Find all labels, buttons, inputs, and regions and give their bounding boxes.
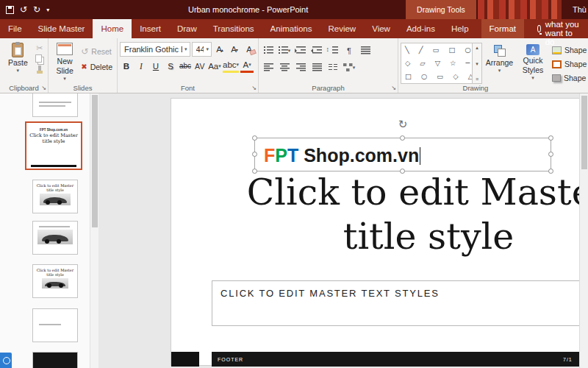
align-left-button[interactable] — [261, 60, 276, 74]
quick-styles-icon — [526, 44, 539, 55]
change-case-button[interactable]: Aa▾ — [208, 59, 221, 73]
gallery-down-icon[interactable]: ▾ — [476, 61, 478, 67]
account-user-name[interactable]: Thù — [573, 0, 587, 19]
text-shadow-button[interactable]: S — [164, 59, 177, 73]
columns-button[interactable] — [326, 60, 340, 74]
layout-thumbnail-5[interactable] — [32, 352, 78, 368]
layout-thumbnail-1[interactable]: Click to edit Master title style — [32, 180, 78, 213]
increase-font-size-button[interactable]: A▴ — [213, 43, 226, 57]
text-direction-button[interactable]: ¶ — [342, 43, 356, 57]
shape-effects-button[interactable]: Shape Effects ▾ — [552, 71, 588, 85]
reset-button[interactable]: ↺ Reset — [79, 43, 115, 59]
bullets-button[interactable] — [261, 43, 276, 57]
tab-transitions[interactable]: Transitions — [205, 19, 262, 38]
logo-text-box[interactable]: ↻ FPT Shop.com.vn — [254, 138, 551, 171]
tab-file[interactable]: File — [0, 19, 30, 38]
clipboard-group-label: Clipboard — [0, 84, 48, 92]
taskbar-app-icon[interactable] — [0, 353, 12, 368]
master-title-placeholder[interactable]: Click to edit Master title style — [237, 171, 588, 259]
paste-button[interactable]: Paste ▾ — [2, 40, 34, 74]
slide-surface[interactable]: ↻ FPT Shop.com.vn Click to edit Master t… — [171, 98, 588, 366]
tab-animations[interactable]: Animations — [262, 19, 320, 38]
qat-customize-arrow-icon[interactable]: ▾ — [46, 7, 49, 13]
italic-button[interactable]: I — [135, 59, 148, 73]
layout-thumbnail-3[interactable]: Click to edit Master title style — [32, 264, 78, 298]
delete-button[interactable]: ✖ Delete — [79, 59, 115, 74]
slide-master-thumbnail[interactable]: FPT Shop.com.vn Click to edit Master tit… — [25, 121, 82, 170]
save-icon[interactable] — [6, 6, 14, 14]
shape-outline-label: Shape Outline — [564, 60, 588, 68]
selection-handle[interactable] — [252, 135, 257, 141]
delete-label: Delete — [90, 63, 112, 71]
redo-icon[interactable]: ↻ — [33, 0, 40, 19]
slide-thumbnail-partial-top[interactable] — [32, 93, 78, 117]
cut-icon[interactable]: ✂ — [36, 44, 43, 52]
clipboard-dialog-launcher[interactable]: ↘ — [41, 85, 46, 91]
new-slide-button[interactable]: New Slide ▾ — [51, 40, 79, 82]
selection-handle[interactable] — [548, 135, 553, 141]
font-dialog-launcher[interactable]: ↘ — [251, 85, 257, 91]
increase-indent-button[interactable] — [309, 43, 324, 57]
case-label: Aa — [208, 62, 218, 71]
quick-styles-button[interactable]: Quick Styles ▾ — [517, 40, 549, 82]
rotate-handle-icon[interactable]: ↻ — [397, 118, 409, 130]
tab-review[interactable]: Review — [320, 19, 364, 38]
logo-letter-t: T — [287, 145, 298, 166]
paragraph-dialog-launcher[interactable]: ↘ — [391, 85, 396, 91]
align-center-button[interactable] — [277, 60, 292, 74]
thumbnail-title-text: Click to edit Master title style — [26, 132, 81, 144]
character-spacing-button[interactable]: AV — [193, 59, 207, 73]
up-arrow-icon: ▴ — [221, 47, 223, 52]
gallery-more-icon[interactable]: ≡ — [476, 77, 478, 82]
layout-thumbnail-2[interactable] — [32, 221, 78, 255]
selection-handle[interactable] — [400, 135, 405, 141]
decrease-indent-button[interactable] — [293, 43, 308, 57]
highlight-color-button[interactable]: abc▾ — [223, 59, 239, 73]
font-name-combo[interactable]: Franklin Gothic Book (Bc ▾ — [120, 42, 190, 57]
canvas-scrollbar[interactable] — [579, 93, 588, 368]
workspace: FPT Shop.com.vn Click to edit Master tit… — [0, 93, 588, 368]
selection-handle[interactable] — [548, 152, 553, 157]
car-image — [42, 278, 68, 289]
footer-bar[interactable]: FOOTER 7/1 — [212, 352, 588, 367]
tab-format[interactable]: Format — [481, 19, 524, 38]
format-painter-icon[interactable] — [38, 66, 41, 71]
tab-view[interactable]: View — [364, 19, 398, 38]
layout-thumbnail-4[interactable] — [32, 308, 78, 342]
font-size-combo[interactable]: 44 ▾ — [192, 42, 212, 57]
convert-to-smartart-button[interactable]: ▾ — [342, 60, 356, 74]
align-text-button[interactable] — [358, 43, 373, 57]
shapes-gallery[interactable]: ╲ ╱ ▭ □ ○ △ ◇ ▱ ▽ ☆ ─ ◦ □ ○ ▭ ◇ △ ▽ — [401, 43, 473, 84]
thumbnail-scrollbar-thumb[interactable] — [92, 95, 98, 227]
bold-button[interactable]: B — [120, 59, 133, 73]
shape-effects-label: Shape Effects — [564, 74, 588, 82]
smartart-icon — [343, 63, 353, 71]
tab-addins[interactable]: Add-ins — [398, 19, 443, 38]
decrease-font-size-button[interactable]: A▾ — [228, 43, 241, 57]
tab-slide-master[interactable]: Slide Master — [30, 19, 93, 38]
underline-button[interactable]: U — [149, 59, 162, 73]
clear-formatting-button[interactable]: A — [243, 43, 256, 57]
selection-handle[interactable] — [252, 152, 257, 157]
thumbnail-footer-strip — [31, 165, 76, 167]
line-spacing-button[interactable] — [326, 43, 340, 57]
numbering-button[interactable]: ▾ — [277, 43, 292, 57]
undo-icon[interactable]: ↺ — [20, 0, 27, 19]
strikethrough-button[interactable]: abc — [179, 59, 192, 73]
master-body-placeholder[interactable]: CLICK TO EDIT MASTER TEXT STYLES — [212, 280, 588, 326]
tab-home[interactable]: Home — [93, 19, 132, 38]
tab-insert[interactable]: Insert — [132, 19, 169, 38]
font-color-button[interactable]: A▾ — [240, 59, 254, 73]
shape-outline-button[interactable]: Shape Outline ▾ — [552, 57, 588, 71]
shapes-gallery-scroll[interactable]: ▴ ▾ ≡ — [473, 43, 482, 84]
tab-draw[interactable]: Draw — [169, 19, 205, 38]
copy-icon[interactable] — [35, 54, 42, 63]
tell-me-box[interactable]: Tell me what you want to do — [530, 19, 588, 38]
align-right-button[interactable] — [293, 60, 308, 74]
thumbnail-scrollbar[interactable] — [90, 93, 98, 368]
canvas-scrollbar-thumb[interactable] — [581, 96, 587, 169]
arrange-button[interactable]: Arrange ▾ — [482, 40, 517, 74]
gallery-up-icon[interactable]: ▴ — [476, 45, 478, 51]
justify-button[interactable] — [309, 60, 324, 74]
tab-help[interactable]: Help — [443, 19, 477, 38]
